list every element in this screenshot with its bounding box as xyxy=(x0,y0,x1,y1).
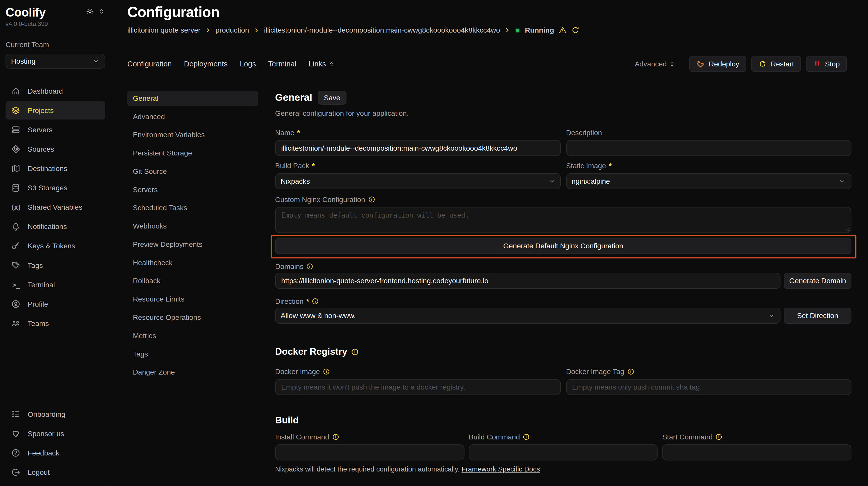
subnav-item-environment-variables[interactable]: Environment Variables xyxy=(127,127,258,143)
info-icon xyxy=(306,263,313,270)
sidebar-item-logout[interactable]: Logout xyxy=(6,463,105,481)
subnav-item-scheduled-tasks[interactable]: Scheduled Tasks xyxy=(127,200,258,216)
help-circle-icon xyxy=(11,448,20,458)
version-label: v4.0.0-beta.399 xyxy=(6,20,105,27)
database-icon xyxy=(11,183,20,193)
info-icon xyxy=(312,298,319,305)
stop-pause-icon xyxy=(813,59,821,69)
restart-button[interactable]: Restart xyxy=(751,56,801,72)
instance-selector-icon[interactable] xyxy=(98,8,105,15)
tab-deployments[interactable]: Deployments xyxy=(184,60,227,68)
sidebar-item-onboarding[interactable]: Onboarding xyxy=(6,405,105,423)
domains-label: Domains xyxy=(275,262,851,271)
subnav-item-preview-deployments[interactable]: Preview Deployments xyxy=(127,237,258,252)
settings-subnav: General Advanced Environment Variables P… xyxy=(127,91,258,486)
sidebar-item-dashboard[interactable]: Dashboard xyxy=(6,82,105,100)
sidebar-item-projects[interactable]: Projects xyxy=(6,101,105,120)
info-icon xyxy=(332,433,339,441)
sidebar: Coolify v4.0.0-beta.399 Current Team Hos… xyxy=(0,0,111,486)
name-label: Name* xyxy=(275,129,560,137)
sidebar-item-s3-storages[interactable]: S3 Storages xyxy=(6,179,105,197)
breadcrumb-project-link[interactable]: illicitonion quote server xyxy=(127,26,200,34)
tab-terminal[interactable]: Terminal xyxy=(268,60,296,68)
status-dot xyxy=(515,28,521,33)
sidebar-nav: Dashboard Projects Servers Sources Desti… xyxy=(6,82,105,332)
generate-default-nginx-button[interactable]: Generate Default Nginx Configuration xyxy=(275,238,851,254)
subnav-item-servers[interactable]: Servers xyxy=(127,182,258,197)
custom-nginx-textarea[interactable] xyxy=(275,207,851,233)
sidebar-item-sponsor-us[interactable]: Sponsor us xyxy=(6,424,105,443)
sidebar-item-keys-tokens[interactable]: Keys & Tokens xyxy=(6,237,105,255)
install-command-input[interactable] xyxy=(275,444,464,460)
status-link[interactable]: Running xyxy=(525,26,554,34)
subnav-item-rollback[interactable]: Rollback xyxy=(127,273,258,289)
sidebar-item-sources[interactable]: Sources xyxy=(6,140,105,158)
redeploy-button[interactable]: Redeploy xyxy=(689,56,746,72)
info-icon xyxy=(368,196,375,203)
subnav-item-healthcheck[interactable]: Healthcheck xyxy=(127,255,258,271)
direction-select[interactable]: Allow www & non-www. xyxy=(275,307,781,324)
variables-icon: (x) xyxy=(11,202,20,212)
docker-image-tag-input[interactable] xyxy=(566,379,851,395)
info-icon xyxy=(716,433,723,441)
breadcrumb-environment-link[interactable]: production xyxy=(215,26,249,34)
set-direction-button[interactable]: Set Direction xyxy=(784,307,851,324)
subnav-item-resource-limits[interactable]: Resource Limits xyxy=(127,292,258,307)
sidebar-item-feedback[interactable]: Feedback xyxy=(6,444,105,462)
sidebar-item-shared-variables[interactable]: (x) Shared Variables xyxy=(6,198,105,217)
advanced-dropdown[interactable]: Advanced xyxy=(635,60,676,68)
subnav-item-metrics[interactable]: Metrics xyxy=(127,328,258,344)
subnav-item-git-source[interactable]: Git Source xyxy=(127,164,258,180)
nixpacks-note: Nixpacks will detect the required config… xyxy=(275,465,851,473)
static-image-select[interactable]: nginx:alpine xyxy=(566,173,851,189)
sidebar-item-notifications[interactable]: Notifications xyxy=(6,218,105,236)
theme-sun-icon[interactable] xyxy=(86,7,94,15)
domains-input[interactable] xyxy=(275,273,781,289)
warning-icon[interactable] xyxy=(558,26,567,34)
docker-image-tag-label: Docker Image Tag xyxy=(566,367,851,376)
breadcrumb-application-link[interactable]: illicitestonion/-module--decomposition:m… xyxy=(264,26,500,34)
static-image-label: Static Image* xyxy=(566,162,851,170)
page-title: Configuration xyxy=(127,3,847,22)
redeploy-icon xyxy=(697,60,705,68)
build-command-input[interactable] xyxy=(469,444,658,460)
generate-domain-button[interactable]: Generate Domain xyxy=(784,273,851,289)
team-select[interactable]: Hosting xyxy=(6,54,105,69)
custom-nginx-label: Custom Nginx Configuration xyxy=(275,195,851,204)
tab-logs[interactable]: Logs xyxy=(240,60,256,68)
users-icon xyxy=(11,319,20,328)
sidebar-item-destinations[interactable]: Destinations xyxy=(6,159,105,177)
subnav-item-danger-zone[interactable]: Danger Zone xyxy=(127,365,258,380)
subnav-item-persistent-storage[interactable]: Persistent Storage xyxy=(127,145,258,161)
sidebar-item-profile[interactable]: Profile xyxy=(6,295,105,313)
build-pack-select[interactable]: Nixpacks xyxy=(275,173,560,189)
subnav-item-advanced[interactable]: Advanced xyxy=(127,109,258,124)
tab-configuration[interactable]: Configuration xyxy=(127,60,172,68)
save-button[interactable]: Save xyxy=(318,91,346,105)
section-title: General xyxy=(275,92,312,103)
sidebar-item-terminal[interactable]: >_ Terminal xyxy=(6,276,105,294)
build-pack-label: Build Pack* xyxy=(275,162,560,170)
sidebar-item-tags[interactable]: Tags xyxy=(6,256,105,274)
description-input[interactable] xyxy=(566,140,851,156)
subnav-item-resource-operations[interactable]: Resource Operations xyxy=(127,310,258,325)
chevron-down-icon xyxy=(548,177,555,185)
tab-links[interactable]: Links xyxy=(309,60,335,68)
map-icon xyxy=(11,164,20,173)
restart-icon xyxy=(758,60,767,68)
info-icon xyxy=(323,368,330,375)
sidebar-item-teams[interactable]: Teams xyxy=(6,314,105,332)
name-input[interactable] xyxy=(275,140,560,156)
subnav-item-general[interactable]: General xyxy=(127,91,258,106)
server-icon xyxy=(11,125,20,134)
subnav-item-tags[interactable]: Tags xyxy=(127,346,258,362)
build-command-label: Build Command xyxy=(469,433,658,441)
docker-image-input[interactable] xyxy=(275,379,560,395)
sidebar-item-servers[interactable]: Servers xyxy=(6,121,105,139)
subnav-item-webhooks[interactable]: Webhooks xyxy=(127,219,258,234)
stop-button[interactable]: Stop xyxy=(806,56,847,72)
refresh-icon[interactable] xyxy=(571,26,580,34)
start-command-input[interactable] xyxy=(662,444,851,460)
framework-docs-link[interactable]: Framework Specific Docs xyxy=(462,465,540,473)
terminal-icon: >_ xyxy=(11,280,20,289)
